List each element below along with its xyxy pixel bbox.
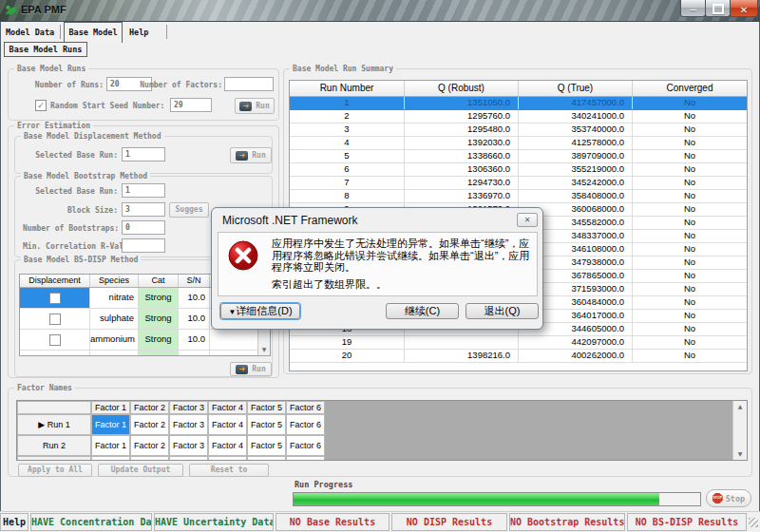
displacement-checkbox[interactable]	[49, 293, 61, 304]
summary-row[interactable]: 71294730.0345242000.0No	[290, 177, 747, 190]
column-header[interactable]: S/N	[179, 275, 210, 287]
quit-button[interactable]: 退出(Q)	[466, 303, 539, 319]
factor-name-cell[interactable]: Factor 3	[169, 435, 208, 456]
details-button[interactable]: ▼详细信息(D)	[220, 303, 300, 319]
main-tab-bar: Model Data Base Model Help	[0, 21, 760, 42]
converged-cell: No	[633, 190, 747, 202]
scroll-down-icon[interactable]: ▼	[258, 344, 270, 355]
number-of-factors-field[interactable]	[224, 77, 274, 91]
factor-name-cell[interactable]: Factor 4	[208, 435, 247, 456]
base-run-button[interactable]: ➜ Run	[235, 98, 275, 114]
q-robust-cell: 1398216.0	[405, 350, 519, 362]
block-size-field[interactable]: 3	[122, 202, 165, 217]
factor-column-header[interactable]: Factor 6	[286, 401, 325, 414]
bootstraps-field[interactable]: 0	[122, 220, 165, 235]
continue-button[interactable]: 继续(C)	[386, 303, 459, 319]
tab-model-data[interactable]: Model Data	[6, 28, 54, 37]
dialog-close-button[interactable]: ✕	[517, 213, 538, 227]
scroll-down-icon[interactable]: ▼	[733, 448, 747, 460]
summary-row[interactable]: 19442097000.0No	[290, 336, 747, 350]
factor-row-header[interactable]: Run 2	[17, 435, 91, 456]
summary-row[interactable]: 31295480.0353740000.0No	[290, 124, 747, 137]
tab-help[interactable]: Help	[129, 28, 148, 37]
status-segment-have-concentration-data[interactable]: HAVE Concentration Data	[30, 513, 152, 531]
reset-button[interactable]: Reset to	[189, 464, 269, 477]
q-robust-cell: 1295760.0	[405, 110, 519, 123]
factor-name-cell[interactable]: Factor 1	[91, 435, 130, 456]
status-segment-no-bs-disp-results[interactable]: NO BS-DISP Results	[627, 513, 747, 531]
factor-name-cell[interactable]: Factor 5	[247, 414, 286, 435]
tab-base-model[interactable]: Base Model	[64, 22, 123, 43]
tab-base-model-runs[interactable]: Base Model Runs	[4, 42, 87, 57]
factor-name-cell[interactable]: Factor 6	[286, 435, 325, 456]
species-cell: EC	[90, 351, 139, 356]
converged-cell: No	[633, 230, 747, 242]
factor-name-cell[interactable]: Factor 5	[247, 435, 286, 456]
summary-row[interactable]: 61306360.0355219000.0No	[290, 163, 747, 177]
column-header[interactable]: Cat	[139, 275, 179, 287]
scroll-up-icon[interactable]: ▲	[733, 401, 747, 412]
summary-row[interactable]: 51338660.0389709000.0No	[290, 150, 747, 163]
factor-column-header[interactable]: Factor 2	[130, 401, 169, 414]
factor-name-cell[interactable]: Factor 6	[286, 414, 325, 435]
group-title: Base Model Displacement Method	[21, 132, 164, 141]
factor-name-cell[interactable]: Factor 2	[130, 435, 169, 456]
factor-column-header[interactable]: Factor 5	[247, 401, 286, 414]
column-header[interactable]: Converged	[633, 81, 747, 96]
displacement-checkbox[interactable]	[49, 334, 61, 346]
factor-scrollbar[interactable]: ▲ ▼	[732, 401, 747, 460]
apply-to-all-button[interactable]: Apply to All	[18, 464, 92, 477]
factor-name-cell[interactable]: Factor 1	[91, 414, 130, 435]
resize-grip[interactable]	[749, 518, 758, 527]
sn-cell: 10.0	[179, 351, 210, 356]
factor-column-header[interactable]: Factor 4	[208, 401, 247, 414]
title-bar[interactable]: EPA PMF ─ ✕	[0, 0, 760, 22]
run-arrow-icon: ➜	[239, 102, 252, 111]
factor-name-cell[interactable]: Factor 3	[169, 414, 208, 435]
converged-cell: No	[633, 97, 747, 109]
column-header[interactable]: Q (Robust)	[405, 81, 519, 96]
status-segment-help[interactable]: Help	[0, 513, 28, 531]
factor-name-cell[interactable]: Factor 4	[208, 414, 247, 435]
update-output-button[interactable]: Update Output	[98, 464, 183, 477]
close-button[interactable]: ✕	[730, 0, 758, 17]
bs-disp-row[interactable]: ECStrong10.0	[20, 351, 270, 356]
factor-row-header[interactable]: ▶ Run 1	[17, 414, 91, 435]
factor-column-header[interactable]: Factor 3	[169, 401, 208, 414]
bs-disp-run-button[interactable]: ➜ Run	[230, 362, 272, 376]
suggest-button[interactable]: Sugges	[169, 202, 209, 218]
summary-row[interactable]: 21295760.0340241000.0No	[290, 110, 747, 124]
bs-disp-row[interactable]: ammoniumStrong10.0	[20, 330, 270, 351]
disp-base-run-field[interactable]: 1	[122, 147, 165, 162]
displacement-checkbox[interactable]	[49, 355, 61, 356]
status-segment-no-disp-results[interactable]: NO DISP Results	[391, 513, 507, 531]
factor-column-header[interactable]: Factor 1	[91, 401, 130, 414]
column-header[interactable]: Displacement	[20, 275, 90, 287]
summary-row[interactable]: 41392030.0412578000.0No	[290, 137, 747, 150]
disp-run-button[interactable]: ➜ Run	[230, 147, 272, 163]
stop-button[interactable]: STOP Stop	[706, 489, 751, 507]
displacement-group: Base Model Displacement Method Selected …	[14, 136, 273, 174]
net-framework-error-dialog[interactable]: Microsoft .NET Framework ✕ 应用程序中发生了无法处理的…	[211, 207, 543, 330]
bootstrap-base-run-label: Selected Base Run:	[23, 187, 118, 196]
status-segment-no-base-results[interactable]: NO Base Results	[276, 513, 390, 531]
seed-field[interactable]: 29	[170, 98, 212, 112]
bootstrap-base-run-field[interactable]: 1	[122, 183, 165, 198]
min-corr-field[interactable]	[122, 238, 165, 253]
column-header[interactable]: Species	[90, 275, 139, 287]
status-bar: HelpHAVE Concentration DataHAVE Uncertai…	[0, 511, 760, 532]
summary-row[interactable]: 201398216.0400262000.0No	[290, 350, 747, 363]
minimize-button[interactable]: ─	[680, 0, 706, 17]
factor-name-cell[interactable]: Factor 2	[130, 414, 169, 435]
status-segment-no-bootstrap-results[interactable]: NO Bootstrap Results	[509, 513, 625, 531]
column-header[interactable]: Run Number	[290, 81, 405, 96]
seed-checkbox[interactable]: ✓	[35, 100, 47, 111]
status-segment-have-uncertainty-data[interactable]: HAVE Uncertainty Data	[154, 513, 274, 531]
maximize-button[interactable]	[705, 0, 731, 17]
displacement-checkbox[interactable]	[49, 314, 61, 325]
factor-names-table[interactable]: Factor 1Factor 2Factor 3Factor 4Factor 5…	[16, 400, 748, 461]
q-true-cell: 358408000.0	[519, 190, 633, 202]
summary-row[interactable]: 11351050.0417457000.0No	[290, 97, 747, 110]
column-header[interactable]: Q (True)	[519, 81, 633, 96]
summary-row[interactable]: 81336970.0358408000.0No	[290, 190, 747, 203]
